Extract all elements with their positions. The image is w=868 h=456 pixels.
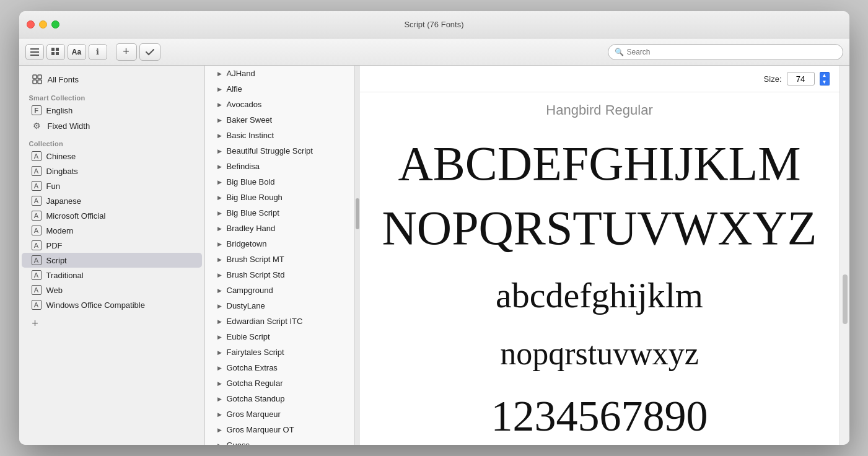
font-list-item-gotcha-regular[interactable]: ▶ Gotcha Regular (205, 375, 354, 391)
add-collection-button[interactable]: + (29, 317, 42, 330)
sidebar-item-pdf[interactable]: A PDF (22, 238, 202, 253)
chinese-icon: A (32, 151, 42, 161)
sidebar-item-fixed-width[interactable]: ⚙ Fixed Width (22, 118, 202, 134)
fun-icon: A (32, 181, 42, 191)
font-name-label: Brush Script MT (227, 255, 284, 264)
main-content: All Fonts Smart Collection F English ⚙ F… (19, 66, 849, 445)
expand-arrow: ▶ (217, 256, 222, 263)
sidebar-item-label: PDF (46, 241, 63, 250)
preview-scrollbar[interactable] (840, 66, 849, 445)
all-fonts-icon (32, 74, 43, 85)
preview-scrollbar-thumb[interactable] (843, 274, 848, 324)
font-name-label: AJHand (227, 69, 255, 78)
sidebar-item-label: Dingbats (46, 167, 78, 176)
font-list-item-big-blue-rough[interactable]: ▶ Big Blue Rough (205, 190, 354, 205)
preview-uppercase2: NOPQRSTUVWXYZ (382, 199, 817, 257)
font-list-item-basic-instinct[interactable]: ▶ Basic Instinct (205, 128, 354, 143)
sidebar-item-dingbats[interactable]: A Dingbats (22, 164, 202, 178)
web-icon: A (32, 285, 42, 295)
font-list-item-befindisa[interactable]: ▶ Befindisa (205, 159, 354, 174)
expand-arrow: ▶ (217, 86, 222, 92)
grid-view-button[interactable] (46, 44, 65, 60)
maximize-button[interactable] (51, 20, 59, 28)
font-list-item-ajhand[interactable]: ▶ AJHand (205, 66, 354, 81)
font-list-item-campground[interactable]: ▶ Campground (205, 283, 354, 298)
sidebar-item-english[interactable]: F English (22, 103, 202, 118)
expand-arrow: ▶ (217, 195, 222, 201)
svg-rect-6 (56, 52, 59, 55)
expand-arrow: ▶ (217, 226, 222, 232)
sidebar-item-all-fonts[interactable]: All Fonts (22, 71, 202, 88)
collection-label: Collection (19, 134, 204, 149)
size-stepper-down[interactable]: ▼ (820, 79, 830, 86)
font-list-item-bradley-hand[interactable]: ▶ Bradley Hand (205, 221, 354, 236)
sidebar-toggle-button[interactable] (25, 44, 44, 60)
sidebar-item-modern[interactable]: A Modern (22, 223, 202, 238)
size-input[interactable] (787, 72, 815, 86)
font-list-item-brush-script-std[interactable]: ▶ Brush Script Std (205, 267, 354, 283)
preview-area: Size: ▲ ▼ Hangbird Regular ABCDEFGHIJKLM… (360, 66, 840, 445)
sidebar-item-traditional[interactable]: A Traditional (22, 268, 202, 283)
sidebar-item-web[interactable]: A Web (22, 283, 202, 297)
font-list-item-gros-marqueur[interactable]: ▶ Gros Marqueur (205, 406, 354, 422)
font-list-item-guess[interactable]: ▶ Guess (205, 437, 354, 445)
font-list-item-alfie[interactable]: ▶ Alfie (205, 81, 354, 97)
minimize-button[interactable] (39, 20, 47, 28)
font-list-item-baker-sweet[interactable]: ▶ Baker Sweet (205, 112, 354, 128)
font-name-label: Basic Instinct (227, 131, 274, 140)
expand-arrow: ▶ (217, 133, 222, 139)
font-list-item-brush-script-mt[interactable]: ▶ Brush Script MT (205, 252, 354, 267)
sidebar-item-script[interactable]: A Script (22, 253, 202, 268)
svg-rect-9 (33, 80, 37, 84)
validate-button[interactable] (139, 43, 160, 61)
sidebar-item-fun[interactable]: A Fun (22, 178, 202, 193)
font-list-scrollbar[interactable] (355, 66, 360, 445)
microsoft-official-icon: A (32, 211, 42, 221)
font-list-item-gotcha-standup[interactable]: ▶ Gotcha Standup (205, 391, 354, 406)
font-list-item-gotcha-extras[interactable]: ▶ Gotcha Extras (205, 360, 354, 375)
sidebar-item-chinese[interactable]: A Chinese (22, 149, 202, 164)
expand-arrow: ▶ (217, 396, 222, 402)
add-font-button[interactable]: + (116, 43, 137, 61)
font-name-label: Beautiful Struggle Script (227, 146, 313, 156)
font-list-item-beautiful-struggle[interactable]: ▶ Beautiful Struggle Script (205, 143, 354, 159)
font-name-label: Big Blue Bold (227, 177, 275, 186)
font-name-label: Campground (227, 286, 273, 295)
search-box[interactable]: 🔍 (608, 44, 843, 60)
search-input[interactable] (627, 48, 836, 56)
preview-font-name: Hangbird Regular (360, 92, 840, 128)
font-list-item-bridgetown[interactable]: ▶ Bridgetown (205, 236, 354, 252)
close-button[interactable] (27, 20, 35, 28)
font-list-item-eubie-script[interactable]: ▶ Eubie Script (205, 329, 354, 344)
font-name-label: Gros Marqueur (227, 410, 281, 419)
sidebar-item-microsoft-official[interactable]: A Microsoft Official (22, 208, 202, 223)
font-list-scrollbar-thumb[interactable] (356, 198, 359, 229)
preview-type-button[interactable]: Aa (68, 44, 86, 60)
expand-arrow: ▶ (217, 179, 222, 185)
size-label: Size: (764, 74, 782, 84)
svg-rect-7 (33, 75, 37, 79)
font-list-item-gros-marqueur-ot[interactable]: ▶ Gros Marqueur OT (205, 422, 354, 437)
font-name-label: Bradley Hand (227, 224, 276, 233)
font-list-item-big-blue-bold[interactable]: ▶ Big Blue Bold (205, 174, 354, 190)
font-list-item-fairytales-script[interactable]: ▶ Fairytales Script (205, 344, 354, 360)
sidebar-item-windows-office[interactable]: A Windows Office Compatible (22, 297, 202, 312)
info-button[interactable]: ℹ (89, 44, 107, 60)
expand-arrow: ▶ (217, 318, 222, 325)
preview-lowercase: abcdefghijklm (496, 274, 703, 317)
sidebar-item-label: Fixed Width (48, 121, 90, 131)
font-list-item-big-blue-script[interactable]: ▶ Big Blue Script (205, 205, 354, 221)
sidebar-item-japanese[interactable]: A Japanese (22, 193, 202, 208)
sidebar-item-label: Japanese (46, 196, 81, 206)
font-list-item-avocados[interactable]: ▶ Avocados (205, 97, 354, 112)
sidebar-item-label: Chinese (46, 152, 76, 161)
size-stepper-up[interactable]: ▲ (820, 72, 830, 79)
font-list-item-edwardian-script[interactable]: ▶ Edwardian Script ITC (205, 314, 354, 329)
font-name-label: Edwardian Script ITC (227, 317, 303, 326)
hamburger-icon (30, 48, 39, 56)
font-list-item-dustylane[interactable]: ▶ DustyLane (205, 298, 354, 314)
toolbar-left-group: Aa ℹ (25, 44, 107, 60)
smart-collection-label: Smart Collection (19, 88, 204, 103)
expand-arrow: ▶ (217, 210, 222, 216)
expand-arrow: ▶ (217, 411, 222, 418)
